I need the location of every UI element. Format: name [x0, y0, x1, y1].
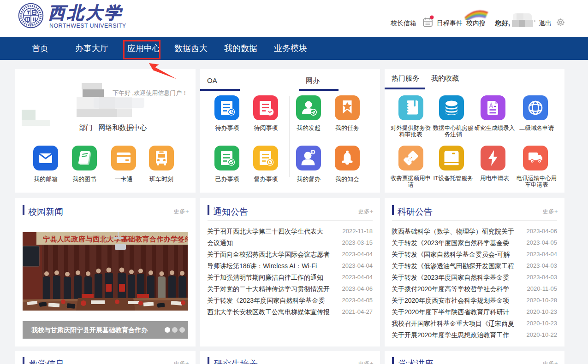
- svg-text:1902: 1902: [28, 24, 34, 27]
